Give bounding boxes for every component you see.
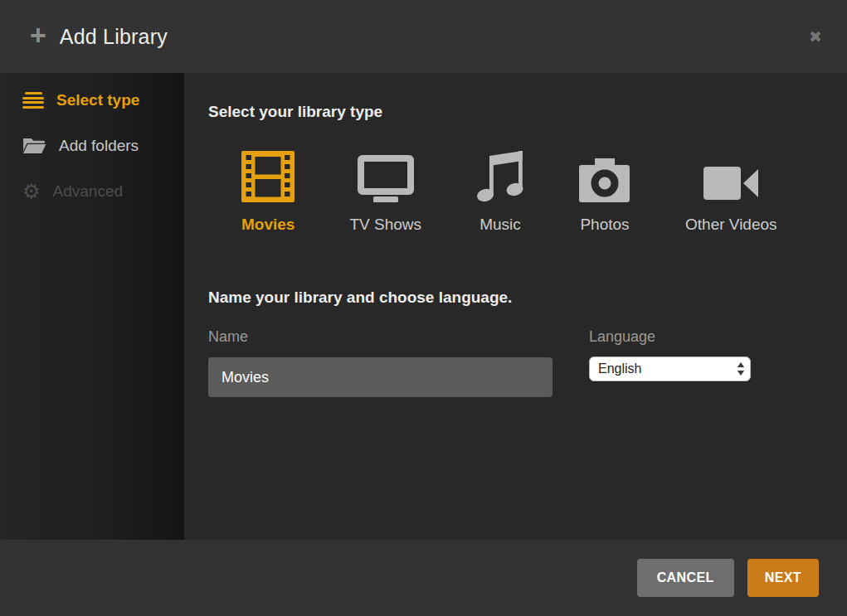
name-language-row: Name Language English <box>208 328 847 397</box>
library-type-row: Movies TV Shows <box>241 149 847 234</box>
close-icon[interactable]: ✖ <box>806 26 825 48</box>
type-section-heading: Select your library type <box>208 103 847 121</box>
video-camera-icon <box>703 149 758 202</box>
type-tile-label: Music <box>479 216 521 234</box>
sidebar-item-add-folders[interactable]: Add folders <box>0 123 184 168</box>
language-label: Language <box>589 328 751 346</box>
name-field-group: Name <box>208 328 552 397</box>
gear-icon: ⚙ <box>22 182 41 201</box>
library-name-input[interactable] <box>208 357 552 397</box>
name-label: Name <box>208 328 552 346</box>
list-bars-icon <box>22 92 44 109</box>
dialog-footer: CANCEL NEXT <box>0 540 847 616</box>
film-strip-icon <box>241 149 295 202</box>
dialog-title: Add Library <box>60 25 168 49</box>
steps-sidebar: Select type Add folders ⚙ Advanced <box>0 73 184 540</box>
type-tile-label: TV Shows <box>349 216 421 234</box>
type-tile-label: Other Videos <box>685 216 777 234</box>
sidebar-item-select-type[interactable]: Select type <box>0 78 184 123</box>
sidebar-item-label: Advanced <box>53 182 124 201</box>
sidebar-item-label: Select type <box>56 91 139 109</box>
plus-icon: + <box>30 21 46 49</box>
main-content: Select your library type <box>184 73 847 540</box>
dialog-body: Select type Add folders ⚙ Advanced Selec… <box>0 73 847 540</box>
type-tile-tv-shows[interactable]: TV Shows <box>349 149 421 234</box>
add-library-dialog: + Add Library ✖ Select type Add folders <box>0 0 847 616</box>
tv-monitor-icon <box>358 149 414 202</box>
next-button[interactable]: NEXT <box>747 559 819 597</box>
name-section-heading: Name your library and choose language. <box>208 289 847 307</box>
language-field-group: Language English <box>589 328 751 381</box>
type-tile-movies[interactable]: Movies <box>241 149 295 234</box>
camera-icon <box>579 149 630 202</box>
music-notes-icon <box>476 149 524 202</box>
type-tile-music[interactable]: Music <box>476 149 524 234</box>
cancel-button[interactable]: CANCEL <box>637 559 734 597</box>
sidebar-item-label: Add folders <box>59 137 139 155</box>
select-stepper-icon <box>737 361 745 376</box>
type-tile-photos[interactable]: Photos <box>579 149 630 234</box>
sidebar-item-advanced[interactable]: ⚙ Advanced <box>0 168 184 215</box>
type-tile-other-videos[interactable]: Other Videos <box>685 149 777 234</box>
language-select-value: English <box>598 361 641 376</box>
open-folder-icon <box>22 136 46 155</box>
dialog-header: + Add Library ✖ <box>0 0 847 73</box>
type-tile-label: Movies <box>241 216 295 234</box>
type-tile-label: Photos <box>580 216 629 234</box>
language-select[interactable]: English <box>589 357 751 381</box>
